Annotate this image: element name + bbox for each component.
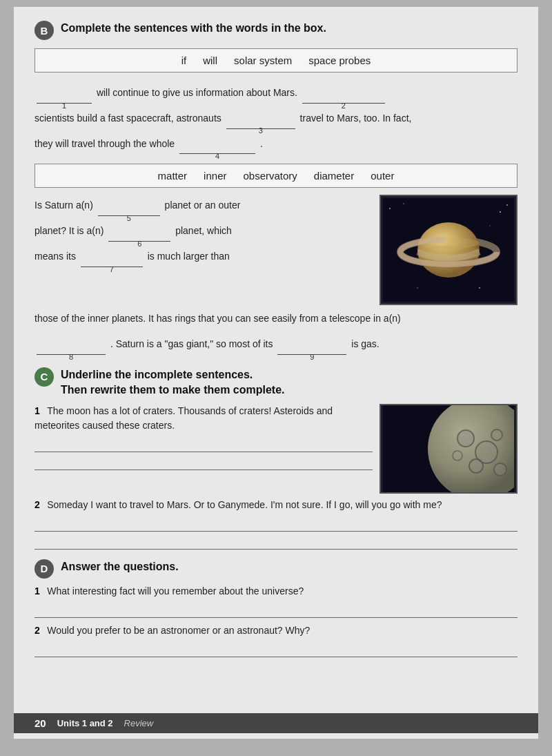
section-c: C Underline the incomplete sentences. Th…	[34, 367, 518, 550]
saturn-post-2: planet, which	[175, 225, 232, 236]
blank-1[interactable]: 1	[37, 91, 92, 104]
moon-svg	[383, 404, 514, 494]
d-item-2-text: Would you prefer to be an astronomer or …	[47, 625, 310, 636]
section-c-title-line2: Then rewrite them to make them complete.	[61, 382, 285, 398]
saturn-post-1: planet or an outer	[165, 200, 241, 211]
sentence-3: they will travel through the whole 4 .	[34, 133, 518, 155]
saturn-post-3: is much larger than	[148, 251, 230, 262]
section-c-content: 1 The moon has a lot of craters. Thousan…	[34, 404, 518, 494]
sentence-2-pre: scientists build a fast spacecraft, astr…	[34, 113, 221, 124]
svg-point-17	[458, 431, 473, 446]
saturn-svg	[383, 198, 514, 302]
svg-point-1	[389, 208, 391, 209]
section-c-label: C	[34, 367, 54, 387]
saturn-pre-1: Is Saturn a(n)	[34, 200, 93, 211]
word-diameter: diameter	[314, 170, 354, 182]
svg-point-26	[495, 464, 506, 475]
word-outer: outer	[371, 170, 394, 182]
saturn-sentence-3: means its 7 is much larger than	[34, 246, 373, 267]
saturn-section: Is Saturn a(n) 5 planet or an outer plan…	[34, 195, 518, 305]
svg-point-15	[428, 404, 514, 494]
saturn-sentence-1: Is Saturn a(n) 5 planet or an outer	[34, 195, 373, 216]
section-d-item-2: 2 Would you prefer to be an astronomer o…	[34, 623, 518, 638]
section-d-label: D	[34, 559, 54, 579]
saturn-pre-2: planet? It is a(n)	[34, 225, 103, 236]
section-c-item-1: 1 The moon has a lot of craters. Thousan…	[34, 404, 373, 433]
sentence-2-post: travel to Mars, too. In fact,	[300, 113, 412, 124]
word-inner: inner	[204, 170, 226, 182]
answer-line-d1[interactable]	[34, 605, 518, 618]
section-d: D Answer the questions. 1 What interesti…	[34, 559, 518, 657]
section-b-header: B Complete the sentences with the words …	[34, 21, 518, 40]
section-c-title-line1: Underline the incomplete sentences.	[61, 367, 285, 382]
answer-line-c2a[interactable]	[34, 519, 518, 532]
svg-point-3	[500, 211, 501, 213]
blank-4-num: 4	[215, 148, 219, 164]
word-if: if	[181, 55, 187, 66]
blank-6[interactable]: 6	[108, 229, 170, 242]
answer-line-c1b[interactable]	[34, 458, 373, 470]
section-b-title: Complete the sentences with the words in…	[61, 21, 326, 36]
blank-8-num: 8	[69, 349, 73, 365]
blank-7[interactable]: 7	[81, 255, 143, 267]
blank-3[interactable]: 3	[226, 117, 295, 129]
sentence-3-post: .	[260, 138, 263, 149]
moon-image	[379, 404, 518, 494]
saturn-text-5a: . Saturn is a "gas giant," so most of it…	[110, 338, 273, 349]
footer: 20 Units 1 and 2 Review	[14, 713, 538, 733]
word-box-1: if will solar system space probes	[34, 48, 518, 72]
section-d-header: D Answer the questions.	[34, 559, 518, 579]
sentence-1: 1 will continue to give us information a…	[34, 82, 518, 104]
svg-point-5	[506, 204, 508, 206]
svg-point-6	[417, 288, 418, 289]
section-d-item-1: 1 What interesting fact will you remembe…	[34, 584, 518, 599]
section-c-header: C Underline the incomplete sentences. Th…	[34, 367, 518, 398]
answer-line-c2b[interactable]	[34, 537, 518, 550]
saturn-text-5b: is gas.	[351, 338, 379, 349]
saturn-text: Is Saturn a(n) 5 planet or an outer plan…	[34, 195, 373, 305]
d-item-2-num: 2	[34, 625, 40, 636]
saturn-pre-3: means its	[34, 251, 76, 262]
sentence-2: scientists build a fast spacecraft, astr…	[34, 108, 518, 129]
sentence-3-pre: they will travel through the whole	[34, 138, 175, 149]
section-b-label: B	[34, 21, 54, 40]
svg-point-7	[479, 287, 480, 289]
section-c-text: 1 The moon has a lot of craters. Thousan…	[34, 404, 373, 494]
svg-point-4	[489, 226, 490, 226]
blank-7-num: 7	[110, 261, 114, 278]
item-2-text: Someday I want to travel to Mars. Or to …	[47, 499, 442, 510]
sentence-1-text: will continue to give us information abo…	[97, 87, 297, 98]
word-matter: matter	[158, 170, 188, 182]
blank-4[interactable]: 4	[179, 142, 255, 154]
section-c-title: Underline the incomplete sentences. Then…	[61, 367, 285, 398]
saturn-text-4: those of the inner planets. It has rings…	[34, 313, 401, 324]
section-c-item-2: 2 Someday I want to travel to Mars. Or t…	[34, 498, 518, 512]
footer-page-num: 20	[34, 717, 46, 729]
blank-5[interactable]: 5	[98, 204, 160, 216]
saturn-image	[379, 195, 518, 305]
word-space-probes: space probes	[308, 55, 371, 66]
footer-units-label: Units 1 and 2	[57, 718, 113, 728]
blank-8[interactable]: 8	[37, 342, 106, 355]
blank-9[interactable]: 9	[277, 342, 346, 355]
d-item-1-num: 1	[34, 585, 40, 597]
answer-line-d2[interactable]	[34, 645, 518, 657]
d-item-1-text: What interesting fact will you remember …	[47, 585, 304, 597]
answer-line-c1a[interactable]	[34, 440, 373, 452]
saturn-sentence-4: those of the inner planets. It has rings…	[34, 308, 518, 329]
item-2-num: 2	[34, 499, 40, 510]
blank-2[interactable]: 2	[302, 91, 385, 104]
footer-review-label: Review	[124, 718, 154, 728]
word-box-2: matter inner observatory diameter outer	[34, 164, 518, 188]
saturn-sentence-5: 8 . Saturn is a "gas giant," so most of …	[34, 333, 518, 355]
item-1-num: 1	[34, 405, 40, 416]
saturn-sentence-2: planet? It is a(n) 6 planet, which	[34, 220, 373, 242]
word-solar-system: solar system	[234, 55, 292, 66]
blank-9-num: 9	[310, 349, 314, 365]
svg-point-21	[470, 460, 482, 472]
item-1-text: The moon has a lot of craters. Thousands…	[34, 405, 333, 431]
svg-point-23	[492, 430, 502, 440]
svg-point-2	[403, 204, 404, 205]
section-d-title: Answer the questions.	[61, 559, 179, 574]
word-will: will	[203, 55, 217, 66]
